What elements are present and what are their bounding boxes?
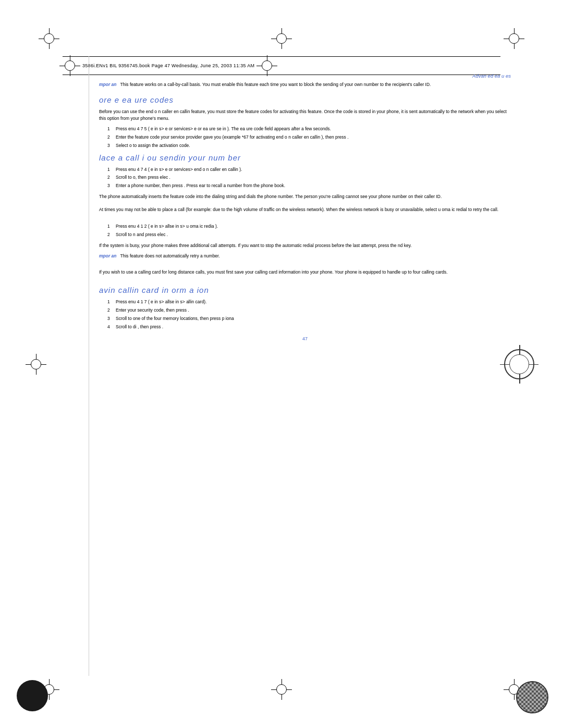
- section4-intro-box: If you wish to use a calling card for lo…: [99, 267, 511, 282]
- step-text: Scroll to n and press elec .: [116, 231, 511, 238]
- step-num: 1: [107, 126, 113, 132]
- step-num: 2: [107, 307, 113, 314]
- step-num: 4: [107, 324, 113, 330]
- step-text: Scroll to di , then press .: [116, 324, 511, 330]
- deco-circle-bottom-left: [17, 680, 48, 711]
- step-3-2: 2 Scroll to n and press elec .: [107, 231, 511, 238]
- step-text: Press enu 4 7 5 ( e in s> e or services>…: [116, 126, 511, 132]
- important-note-3: mpor an This feature does not automatica…: [99, 253, 511, 260]
- step-text: Enter the feature code your service prov…: [116, 134, 511, 141]
- step-text: Enter your security code, then press .: [116, 307, 511, 314]
- section3-steps: 1 Press enu 4 1 2 ( e in s> allse in s> …: [107, 223, 511, 238]
- left-margin-line: [89, 56, 89, 676]
- step-num: 3: [107, 182, 113, 189]
- header-text: 3586i.ENv1 BIL 9356745.book Page 47 Wedn…: [82, 63, 254, 68]
- important-note-1: mpor an This feature works on a call-by-…: [99, 82, 511, 88]
- section3-intro-box: At times you may not be able to place a …: [99, 204, 511, 219]
- step-2-2: 2 Scroll to o, then press elec .: [107, 174, 511, 181]
- important-text-3: This feature does not automatically retr…: [120, 253, 219, 258]
- step-num: 2: [107, 231, 113, 238]
- section2-note: The phone automatically inserts the feat…: [99, 193, 511, 200]
- advanced-features-label: Advan ed ea u es: [99, 73, 511, 79]
- section1-heading: ore e ea ure codes: [99, 95, 511, 104]
- reg-mark-top-left: [42, 31, 56, 46]
- step-4-4: 4 Scroll to di , then press .: [107, 324, 511, 330]
- step-num: 1: [107, 299, 113, 305]
- step-num: 2: [107, 134, 113, 141]
- important-label-3: mpor an: [99, 253, 117, 258]
- reg-mark-top-right: [507, 31, 521, 46]
- step-3-1: 1 Press enu 4 1 2 ( e in s> allse in s> …: [107, 223, 511, 230]
- step-4-2: 2 Enter your security code, then press .: [107, 307, 511, 314]
- section3-note1: If the system is busy, your phone makes …: [99, 242, 511, 249]
- page-number: 47: [99, 336, 511, 341]
- section1-intro: Before you can use the end o n caller en…: [99, 108, 511, 122]
- important-label-1: mpor an: [99, 82, 117, 87]
- step-num: 3: [107, 142, 113, 149]
- header-bar: 3586i.ENv1 BIL 9356745.book Page 47 Wedn…: [63, 56, 500, 75]
- step-2-1: 1 Press enu 4 7 4 ( e in s> e or service…: [107, 166, 511, 173]
- step-text: Scroll to o, then press elec .: [116, 174, 511, 181]
- step-num: 3: [107, 315, 113, 322]
- step-text: Press enu 4 1 2 ( e in s> allse in s> u …: [116, 223, 511, 230]
- step-num: 2: [107, 174, 113, 181]
- page: 3586i.ENv1 BIL 9356745.book Page 47 Wedn…: [0, 0, 563, 728]
- step-text: Enter a phone number, then press . Press…: [116, 182, 511, 189]
- step-1-1: 1 Press enu 4 7 5 ( e in s> e or service…: [107, 126, 511, 132]
- step-4-3: 3 Scroll to one of the four memory locat…: [107, 315, 511, 322]
- reg-mark-right-mid: [504, 349, 534, 379]
- reg-mark-bottom-center: [274, 682, 289, 697]
- section2-steps: 1 Press enu 4 7 4 ( e in s> e or service…: [107, 166, 511, 189]
- step-4-1: 1 Press enu 4 1 7 ( e in s> allse in s> …: [107, 299, 511, 305]
- section1-steps: 1 Press enu 4 7 5 ( e in s> e or service…: [107, 126, 511, 149]
- important-text-1: This feature works on a call-by-call bas…: [120, 82, 431, 87]
- reg-mark-left-mid: [29, 357, 43, 372]
- section3-intro: At times you may not be able to place a …: [99, 206, 511, 213]
- section4-intro: If you wish to use a calling card for lo…: [99, 269, 511, 276]
- step-text: Scroll to one of the four memory locatio…: [116, 315, 511, 322]
- step-1-2: 2 Enter the feature code your service pr…: [107, 134, 511, 141]
- step-text: Select o to assign the activation code.: [116, 142, 511, 149]
- step-text: Press enu 4 7 4 ( e in s> e or services>…: [116, 166, 511, 173]
- content-area: Advan ed ea u es mpor an This feature wo…: [99, 73, 511, 665]
- deco-circle-bottom-right: [516, 681, 548, 713]
- step-text: Press enu 4 1 7 ( e in s> allse in s> al…: [116, 299, 511, 305]
- step-2-3: 3 Enter a phone number, then press . Pre…: [107, 182, 511, 189]
- section2-heading: lace a call i ou sendin your num ber: [99, 153, 511, 162]
- section4-steps: 1 Press enu 4 1 7 ( e in s> allse in s> …: [107, 299, 511, 330]
- step-num: 1: [107, 166, 113, 173]
- reg-mark-top-center: [274, 31, 289, 46]
- step-1-3: 3 Select o to assign the activation code…: [107, 142, 511, 149]
- step-num: 1: [107, 223, 113, 230]
- section4-heading: avin callin card in orm a ion: [99, 286, 511, 294]
